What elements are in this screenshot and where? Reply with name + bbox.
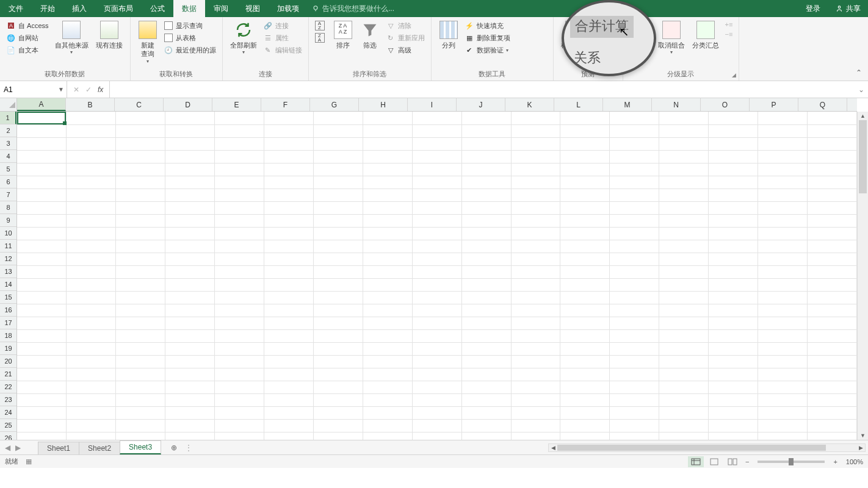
cell-E11[interactable] <box>215 240 264 253</box>
cell-E19[interactable] <box>215 342 264 355</box>
cell-P4[interactable] <box>758 150 808 163</box>
cell-C7[interactable] <box>116 188 165 201</box>
share-button[interactable]: 共享 <box>828 0 868 17</box>
cell-K1[interactable] <box>511 112 560 124</box>
cell-F8[interactable] <box>264 201 314 214</box>
cell-L5[interactable] <box>560 163 610 176</box>
column-header-F[interactable]: F <box>261 98 310 111</box>
cell-K3[interactable] <box>511 137 560 150</box>
cell-E5[interactable] <box>215 163 264 176</box>
cell-J26[interactable] <box>461 432 511 440</box>
expand-formula-bar[interactable]: ⌄ <box>855 81 868 98</box>
cell-A11[interactable] <box>17 240 67 253</box>
cell-G25[interactable] <box>313 419 363 432</box>
cell-G21[interactable] <box>313 368 363 381</box>
cell-I1[interactable] <box>412 112 461 124</box>
cell-Q26[interactable] <box>808 432 857 440</box>
cell-M8[interactable] <box>610 201 659 214</box>
cell-N13[interactable] <box>659 265 709 278</box>
cell-B3[interactable] <box>67 137 116 150</box>
cell-D22[interactable] <box>165 381 215 393</box>
cell-L4[interactable] <box>560 150 610 163</box>
cell-F9[interactable] <box>264 214 314 227</box>
cell-C6[interactable] <box>116 176 165 188</box>
cell-O1[interactable] <box>709 112 758 124</box>
remove-duplicates-button[interactable]: ▦删除重复项 <box>462 32 513 43</box>
column-header-L[interactable]: L <box>554 98 603 111</box>
normal-view-button[interactable] <box>688 456 704 467</box>
cell-K12[interactable] <box>511 253 560 265</box>
cell-P15[interactable] <box>758 291 808 304</box>
cell-B7[interactable] <box>67 188 116 201</box>
cell-P21[interactable] <box>758 368 808 381</box>
cell-Q21[interactable] <box>808 368 857 381</box>
cell-N3[interactable] <box>659 137 709 150</box>
cell-B12[interactable] <box>67 253 116 265</box>
cell-J3[interactable] <box>461 137 511 150</box>
cell-I25[interactable] <box>412 419 461 432</box>
cell-P20[interactable] <box>758 355 808 368</box>
cell-D13[interactable] <box>165 265 215 278</box>
cell-B13[interactable] <box>67 265 116 278</box>
cell-P10[interactable] <box>758 227 808 240</box>
cell-O7[interactable] <box>709 188 758 201</box>
cell-B17[interactable] <box>67 317 116 329</box>
cell-H23[interactable] <box>363 393 412 406</box>
cell-G15[interactable] <box>313 291 363 304</box>
cell-G24[interactable] <box>313 406 363 419</box>
column-header-G[interactable]: G <box>310 98 359 111</box>
cell-I15[interactable] <box>412 291 461 304</box>
cell-A22[interactable] <box>17 381 67 393</box>
cell-D7[interactable] <box>165 188 215 201</box>
cell-P24[interactable] <box>758 406 808 419</box>
column-header-E[interactable]: E <box>212 98 261 111</box>
cell-M12[interactable] <box>610 253 659 265</box>
cell-A4[interactable] <box>17 150 67 163</box>
cell-L24[interactable] <box>560 406 610 419</box>
cell-J8[interactable] <box>461 201 511 214</box>
cell-G9[interactable] <box>313 214 363 227</box>
zoom-level[interactable]: 100% <box>846 458 863 465</box>
cell-G8[interactable] <box>313 201 363 214</box>
cell-C21[interactable] <box>116 368 165 381</box>
cell-J9[interactable] <box>461 214 511 227</box>
cell-F12[interactable] <box>264 253 314 265</box>
cell-K19[interactable] <box>511 342 560 355</box>
cell-N10[interactable] <box>659 227 709 240</box>
cell-J20[interactable] <box>461 355 511 368</box>
cell-J4[interactable] <box>461 150 511 163</box>
cell-L19[interactable] <box>560 342 610 355</box>
cell-F17[interactable] <box>264 317 314 329</box>
cell-N14[interactable] <box>659 278 709 291</box>
cell-L23[interactable] <box>560 393 610 406</box>
cell-H18[interactable] <box>363 329 412 342</box>
column-header-C[interactable]: C <box>115 98 164 111</box>
cell-F1[interactable] <box>264 112 314 124</box>
cell-E18[interactable] <box>215 329 264 342</box>
cell-B11[interactable] <box>67 240 116 253</box>
cell-A25[interactable] <box>17 419 67 432</box>
cell-K4[interactable] <box>511 150 560 163</box>
cell-J7[interactable] <box>461 188 511 201</box>
cell-G13[interactable] <box>313 265 363 278</box>
cell-L14[interactable] <box>560 278 610 291</box>
cell-G2[interactable] <box>313 124 363 137</box>
cell-Q17[interactable] <box>808 317 857 329</box>
cell-D6[interactable] <box>165 176 215 188</box>
cell-M16[interactable] <box>610 304 659 317</box>
cell-O18[interactable] <box>709 329 758 342</box>
cell-C23[interactable] <box>116 393 165 406</box>
cell-P8[interactable] <box>758 201 808 214</box>
cell-A12[interactable] <box>17 253 67 265</box>
cell-F6[interactable] <box>264 176 314 188</box>
cell-C25[interactable] <box>116 419 165 432</box>
cell-J18[interactable] <box>461 329 511 342</box>
cell-Q14[interactable] <box>808 278 857 291</box>
scroll-up-button[interactable]: ▲ <box>858 112 868 120</box>
cell-F16[interactable] <box>264 304 314 317</box>
tab-home[interactable]: 开始 <box>32 0 63 17</box>
name-box-dropdown[interactable]: ▼ <box>58 86 64 93</box>
cell-D1[interactable] <box>165 112 215 124</box>
cell-L11[interactable] <box>560 240 610 253</box>
cell-Q16[interactable] <box>808 304 857 317</box>
